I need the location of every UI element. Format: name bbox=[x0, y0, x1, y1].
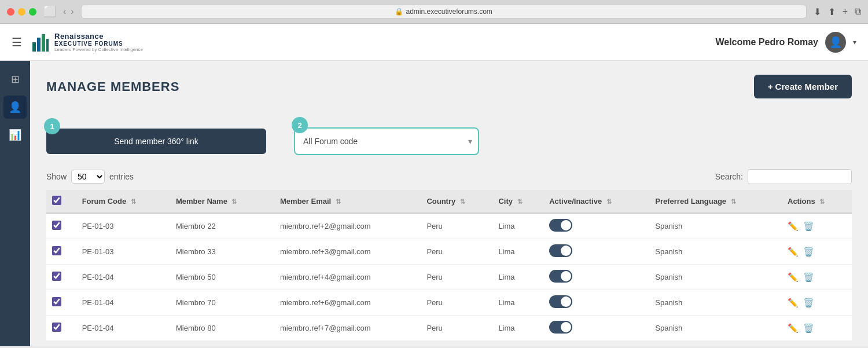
sidebar-item-reports[interactable]: 📊 bbox=[3, 123, 27, 146]
cell-member-email-1: miembro.ref+3@gmail.com bbox=[274, 239, 421, 265]
row-checkbox-0[interactable] bbox=[52, 221, 61, 230]
active-toggle-2[interactable] bbox=[549, 270, 572, 283]
add-tab-icon[interactable]: + bbox=[843, 6, 848, 17]
delete-icon-0[interactable]: 🗑️ bbox=[803, 221, 814, 232]
table-head: Forum Code ⇅ Member Name ⇅ Member Email … bbox=[46, 190, 852, 213]
action-icons-4: ✏️ 🗑️ bbox=[788, 323, 846, 334]
active-toggle-4[interactable] bbox=[549, 321, 572, 334]
send-360-button[interactable]: Send member 360° link bbox=[46, 129, 266, 154]
active-toggle-1[interactable] bbox=[549, 244, 572, 257]
row-checkbox-1[interactable] bbox=[52, 246, 61, 255]
cell-city-3: Lima bbox=[492, 290, 543, 316]
forum-code-select[interactable]: All Forum code PE-01-03 PE-01-04 bbox=[294, 127, 479, 155]
maximize-button[interactable] bbox=[29, 8, 36, 16]
download-icon[interactable]: ⬇ bbox=[814, 6, 821, 17]
create-member-button[interactable]: + Create Member bbox=[754, 75, 852, 98]
traffic-lights bbox=[7, 8, 36, 16]
col-header-country: Country ⇅ bbox=[421, 190, 492, 213]
edit-icon-3[interactable]: ✏️ bbox=[788, 298, 799, 308]
logo-tagline: Leaders Powered by Collective Intelligen… bbox=[54, 47, 143, 52]
row-checkbox-3[interactable] bbox=[52, 297, 61, 306]
user-menu-chevron[interactable]: ▾ bbox=[853, 38, 856, 46]
sort-icon-email[interactable]: ⇅ bbox=[336, 198, 341, 205]
row-checkbox-2[interactable] bbox=[52, 272, 61, 281]
cell-forum-code-4: PE-01-04 bbox=[76, 316, 170, 341]
table-body: PE-01-03 Miembro 22 miembro.ref+2@gmail.… bbox=[46, 213, 852, 341]
active-toggle-0[interactable] bbox=[549, 219, 572, 232]
svg-rect-1 bbox=[37, 38, 41, 52]
forward-icon[interactable]: › bbox=[71, 6, 73, 17]
sidebar-item-members[interactable]: 👤 bbox=[3, 96, 27, 119]
lock-icon: 🔒 bbox=[395, 8, 403, 16]
cell-actions-1: ✏️ 🗑️ bbox=[782, 239, 852, 265]
edit-icon-4[interactable]: ✏️ bbox=[788, 323, 799, 334]
avatar[interactable]: 👤 bbox=[825, 32, 846, 53]
cell-city-2: Lima bbox=[492, 265, 543, 290]
svg-rect-0 bbox=[32, 42, 36, 52]
welcome-text: Welcome Pedro Romay bbox=[715, 37, 818, 47]
sort-icon-active[interactable]: ⇅ bbox=[606, 198, 612, 205]
select-all-checkbox[interactable] bbox=[52, 196, 61, 205]
filter-row: 1 Send member 360° link 2 All Forum code… bbox=[46, 119, 852, 155]
cell-member-name-1: Miembro 33 bbox=[170, 239, 274, 265]
cell-member-name-0: Miembro 22 bbox=[170, 213, 274, 239]
sidebar-toggle-icon[interactable]: ⬜ bbox=[43, 5, 56, 18]
minimize-button[interactable] bbox=[18, 8, 25, 16]
cell-actions-4: ✏️ 🗑️ bbox=[782, 316, 852, 341]
cell-country-3: Peru bbox=[421, 290, 492, 316]
cell-active-4 bbox=[543, 316, 649, 341]
logo-area: Renaissance EXECUTIVE FORUMS Leaders Pow… bbox=[31, 32, 143, 53]
search-input[interactable] bbox=[748, 169, 852, 184]
cell-checkbox-3 bbox=[46, 290, 76, 316]
sort-icon-country[interactable]: ⇅ bbox=[460, 198, 465, 205]
share-icon[interactable]: ⬆ bbox=[828, 6, 836, 17]
cell-language-1: Spanish bbox=[649, 239, 782, 265]
cell-country-2: Peru bbox=[421, 265, 492, 290]
table-row: PE-01-03 Miembro 22 miembro.ref+2@gmail.… bbox=[46, 213, 852, 239]
action-icons-0: ✏️ 🗑️ bbox=[788, 221, 846, 232]
step1-badge: 1 bbox=[44, 118, 60, 134]
cell-active-1 bbox=[543, 239, 649, 265]
col-header-actions: Actions ⇅ bbox=[782, 190, 852, 213]
table-header-row: Forum Code ⇅ Member Name ⇅ Member Email … bbox=[46, 190, 852, 213]
cell-member-name-4: Miembro 80 bbox=[170, 316, 274, 341]
delete-icon-1[interactable]: 🗑️ bbox=[803, 247, 814, 257]
cell-city-0: Lima bbox=[492, 213, 543, 239]
col-header-active: Active/Inactive ⇅ bbox=[543, 190, 649, 213]
address-bar[interactable]: 🔒 admin.executiveforums.com bbox=[81, 5, 807, 19]
back-icon[interactable]: ‹ bbox=[63, 6, 66, 17]
cell-actions-2: ✏️ 🗑️ bbox=[782, 265, 852, 290]
show-label: Show bbox=[46, 172, 67, 181]
cell-active-3 bbox=[543, 290, 649, 316]
cell-forum-code-0: PE-01-03 bbox=[76, 213, 170, 239]
cell-checkbox-2 bbox=[46, 265, 76, 290]
delete-icon-2[interactable]: 🗑️ bbox=[803, 272, 814, 283]
sort-icon-name[interactable]: ⇅ bbox=[231, 198, 237, 205]
table-row: PE-01-04 Miembro 80 miembro.ref+7@gmail.… bbox=[46, 316, 852, 341]
cell-forum-code-1: PE-01-03 bbox=[76, 239, 170, 265]
close-button[interactable] bbox=[7, 8, 14, 16]
row-checkbox-4[interactable] bbox=[52, 323, 61, 332]
sort-icon-actions[interactable]: ⇅ bbox=[819, 198, 825, 205]
cell-checkbox-0 bbox=[46, 213, 76, 239]
table-row: PE-01-04 Miembro 50 miembro.ref+4@gmail.… bbox=[46, 265, 852, 290]
table-row: PE-01-03 Miembro 33 miembro.ref+3@gmail.… bbox=[46, 239, 852, 265]
active-toggle-3[interactable] bbox=[549, 295, 572, 308]
content-area: MANAGE MEMBERS + Create Member 1 Send me… bbox=[30, 61, 868, 346]
delete-icon-4[interactable]: 🗑️ bbox=[803, 323, 814, 334]
entries-select[interactable]: 50 25 100 bbox=[71, 170, 105, 184]
logo-line2: EXECUTIVE FORUMS bbox=[54, 41, 143, 47]
sort-icon-city[interactable]: ⇅ bbox=[517, 198, 523, 205]
hamburger-icon[interactable]: ☰ bbox=[12, 35, 22, 49]
sort-icon-language[interactable]: ⇅ bbox=[731, 198, 736, 205]
edit-icon-0[interactable]: ✏️ bbox=[788, 221, 799, 232]
tabs-icon[interactable]: ⧉ bbox=[855, 6, 861, 17]
sidebar-item-dashboard[interactable]: ⊞ bbox=[3, 68, 27, 91]
edit-icon-1[interactable]: ✏️ bbox=[788, 247, 799, 257]
edit-icon-2[interactable]: ✏️ bbox=[788, 272, 799, 283]
cell-country-0: Peru bbox=[421, 213, 492, 239]
delete-icon-3[interactable]: 🗑️ bbox=[803, 298, 814, 308]
sort-icon-forum[interactable]: ⇅ bbox=[131, 198, 136, 205]
cell-city-1: Lima bbox=[492, 239, 543, 265]
step2-badge: 2 bbox=[292, 117, 308, 133]
